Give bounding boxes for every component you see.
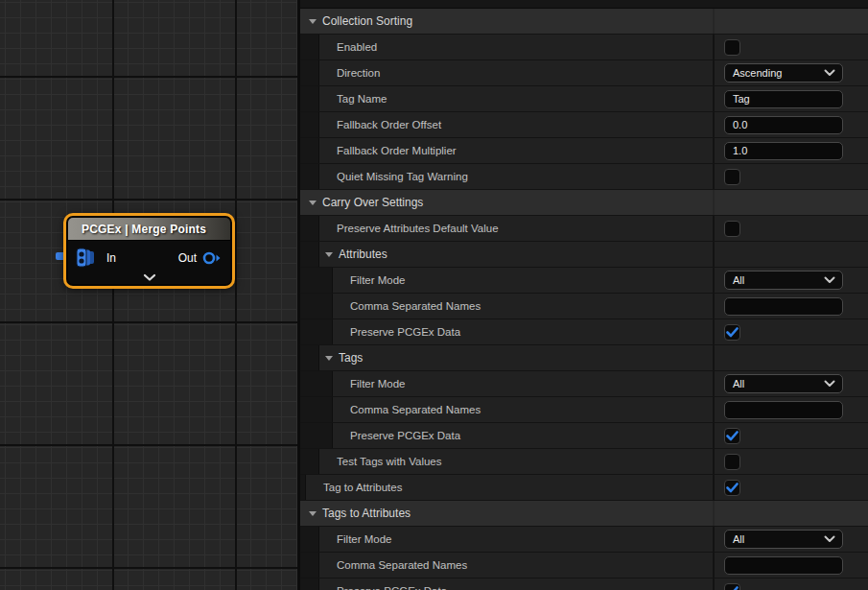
subcategory-expander-triangle-down-icon[interactable] — [325, 356, 333, 361]
node-collapse-chevron-icon[interactable] — [142, 273, 156, 282]
property-row-direction: DirectionAscending — [300, 60, 868, 85]
fallback-order-multiplier-text-input[interactable]: 1.0 — [724, 142, 843, 160]
checkbox-check-mark-icon — [726, 327, 739, 338]
checkbox-check-mark-icon — [726, 586, 739, 590]
tag-to-attributes-checkbox[interactable] — [724, 480, 740, 496]
category-expander-triangle-down-icon[interactable] — [309, 201, 317, 205]
filter-mode-dropdown[interactable]: All — [724, 374, 843, 393]
in-pin-label: In — [106, 251, 116, 265]
dropdown-selected-value: Ascending — [733, 67, 782, 79]
indent-gutter — [300, 371, 333, 396]
preserve-attributes-default-value-checkbox[interactable] — [724, 221, 740, 237]
filter-mode-dropdown[interactable]: All — [724, 271, 843, 290]
property-label: Filter Mode — [337, 533, 392, 545]
property-row-preserve-pcgex-data: Preserve PCGEx Data — [300, 319, 868, 344]
quiet-missing-tag-warning-checkbox[interactable] — [724, 169, 740, 185]
category-label: Carry Over Settings — [322, 196, 423, 209]
property-row-test-tags-with-values: Test Tags with Values — [300, 449, 868, 474]
preserve-pcgex-data-checkbox[interactable] — [724, 324, 740, 341]
category-expander-triangle-down-icon[interactable] — [309, 511, 317, 516]
property-label: Tag to Attributes — [323, 482, 402, 493]
category-expander-triangle-down-icon[interactable] — [309, 19, 317, 24]
details-rows: Collection SortingEnabledDirectionAscend… — [300, 9, 868, 590]
text-input-value: 1.0 — [733, 145, 747, 156]
indent-gutter — [300, 242, 319, 267]
preserve-pcgex-data-checkbox[interactable] — [724, 583, 740, 590]
indent-gutter — [300, 578, 319, 590]
fallback-order-offset-text-input[interactable]: 0.0 — [724, 116, 843, 134]
property-label: Filter Mode — [350, 378, 406, 389]
tag-name-text-input[interactable]: Tag — [724, 90, 843, 108]
subcategory-expander-triangle-down-icon[interactable] — [325, 252, 333, 257]
indent-gutter — [300, 86, 319, 111]
comma-separated-names-text-input[interactable] — [724, 556, 843, 575]
out-pin-circle-icon[interactable] — [201, 250, 222, 266]
property-label: Fallback Order Offset — [337, 119, 441, 130]
indent-gutter — [300, 60, 319, 85]
out-pin-label: Out — [178, 251, 197, 265]
category-row-tags-to-attributes[interactable]: Tags to Attributes — [300, 501, 868, 526]
dropdown-selected-value: All — [733, 274, 744, 286]
property-row-preserve-pcgex-data: Preserve PCGEx Data — [300, 423, 868, 448]
output-pin[interactable]: Out — [178, 250, 222, 266]
in-pin-stacked-data-icon[interactable] — [75, 246, 99, 270]
comma-separated-names-text-input[interactable] — [724, 401, 843, 419]
property-row-tag-to-attributes: Tag to Attributes — [300, 475, 868, 500]
subcategory-label: Attributes — [339, 248, 387, 261]
property-row-comma-separated-names: Comma Separated Names — [300, 553, 868, 578]
subcategory-row-attributes[interactable]: Attributes — [300, 242, 868, 267]
property-label: Filter Mode — [350, 274, 406, 286]
property-row-preserve-attributes-default-value: Preserve Attributes Default Value — [300, 216, 868, 241]
node-header[interactable]: PCGEx | Merge Points — [68, 218, 230, 241]
indent-gutter — [300, 553, 319, 578]
property-row-filter-mode: Filter ModeAll — [300, 527, 868, 552]
indent-gutter — [300, 397, 333, 422]
category-row-carry-over-settings[interactable]: Carry Over Settings — [300, 190, 868, 215]
property-row-tag-name: Tag NameTag — [300, 86, 868, 111]
property-label: Comma Separated Names — [350, 300, 481, 312]
indent-gutter — [300, 527, 319, 552]
property-row-quiet-missing-tag-warning: Quiet Missing Tag Warning — [300, 164, 868, 189]
direction-dropdown[interactable]: Ascending — [724, 63, 843, 83]
property-row-comma-separated-names: Comma Separated Names — [300, 397, 868, 422]
property-label: Enabled — [337, 41, 377, 53]
test-tags-with-values-checkbox[interactable] — [724, 454, 740, 470]
indent-gutter — [300, 294, 333, 319]
pcg-graph-editor: PCGEx | Merge Points — [0, 0, 868, 590]
filter-mode-dropdown[interactable]: All — [724, 530, 843, 549]
indent-gutter — [300, 319, 333, 344]
property-label: Preserve PCGEx Data — [350, 430, 460, 441]
property-row-filter-mode: Filter ModeAll — [300, 268, 868, 293]
property-row-preserve-pcgex-data: Preserve PCGEx Data — [300, 578, 868, 590]
checkbox-check-mark-icon — [726, 483, 739, 493]
input-pin[interactable]: In — [75, 246, 116, 270]
property-row-comma-separated-names: Comma Separated Names — [300, 294, 868, 319]
dropdown-selected-value: All — [733, 378, 744, 389]
category-row-collection-sorting[interactable]: Collection Sorting — [300, 9, 868, 34]
property-label: Preserve PCGEx Data — [337, 585, 447, 590]
indent-gutter — [300, 112, 319, 137]
property-row-filter-mode: Filter ModeAll — [300, 371, 868, 396]
comma-separated-names-text-input[interactable] — [724, 297, 843, 316]
subcategory-row-tags[interactable]: Tags — [300, 345, 868, 370]
property-label: Preserve Attributes Default Value — [337, 223, 499, 234]
indent-gutter — [300, 164, 319, 189]
dropdown-chevron-down-icon — [824, 535, 835, 543]
property-row-fallback-order-multiplier: Fallback Order Multiplier1.0 — [300, 138, 868, 163]
enabled-checkbox[interactable] — [724, 39, 740, 56]
checkbox-check-mark-icon — [726, 431, 739, 441]
property-label: Quiet Missing Tag Warning — [337, 171, 468, 182]
node-title: PCGEx | Merge Points — [82, 223, 206, 236]
indent-gutter — [300, 138, 319, 163]
dropdown-chevron-down-icon — [824, 69, 835, 77]
node-merge-points[interactable]: PCGEx | Merge Points — [63, 213, 235, 289]
indent-gutter — [300, 216, 319, 241]
preserve-pcgex-data-checkbox[interactable] — [724, 428, 740, 444]
indent-gutter — [300, 35, 319, 59]
property-label: Preserve PCGEx Data — [350, 326, 460, 338]
graph-canvas[interactable]: PCGEx | Merge Points — [0, 0, 297, 590]
category-label: Collection Sorting — [322, 14, 412, 28]
indent-gutter — [300, 449, 319, 474]
text-input-value: Tag — [733, 93, 750, 105]
text-input-value: 0.0 — [733, 119, 747, 130]
